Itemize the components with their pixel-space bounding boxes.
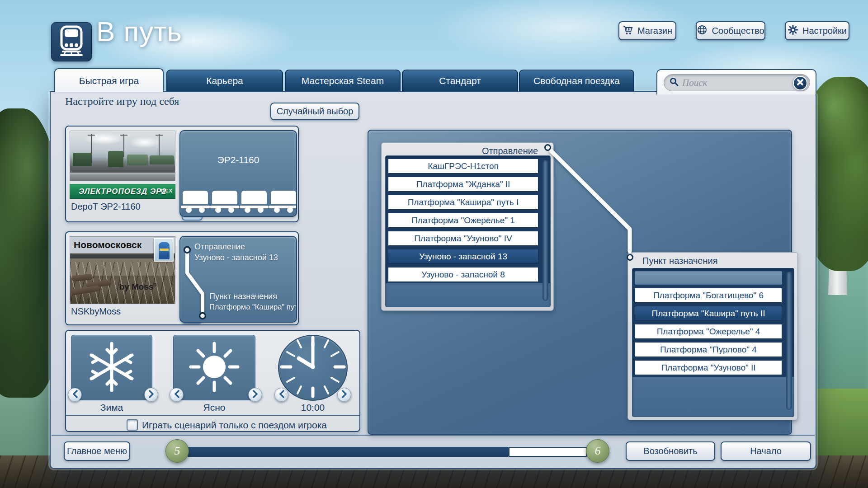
list-item[interactable]: Платформа "Жданка" II xyxy=(388,177,538,192)
game-menu-screen: В путь Магазин Сообщество xyxy=(0,0,868,488)
destination-panel: Пункт назначения Платформа "Богатищево" … xyxy=(627,252,798,420)
destination-value: Платформа "Кашира" путь II xyxy=(209,303,297,311)
globe-icon xyxy=(697,24,708,38)
chevron-left-icon xyxy=(72,390,78,400)
search-box xyxy=(664,74,810,91)
close-icon xyxy=(797,79,804,88)
shop-button[interactable]: Магазин xyxy=(618,21,676,40)
time-prev-button[interactable] xyxy=(274,388,288,402)
list-item[interactable]: Платформа "Узуново" IV xyxy=(388,231,538,246)
destination-empty-slot[interactable] xyxy=(635,271,782,285)
list-item[interactable]: Платформа "Узуново" II xyxy=(635,360,782,375)
departure-scrollbar[interactable] xyxy=(542,160,548,301)
list-item[interactable]: Платформа "Ожерелье" 1 xyxy=(388,213,538,228)
route-length-track-remainder[interactable] xyxy=(509,447,587,457)
slider-end-knob[interactable]: 6 xyxy=(586,439,609,463)
list-item[interactable]: Платформа "Пурлово" 4 xyxy=(635,342,782,357)
bottom-divider xyxy=(52,435,815,436)
train-banner-text: ЭЛЕКТРОПОЕЗД ЭР2 xyxy=(79,187,166,196)
sky-tile xyxy=(173,335,255,400)
destination-list-items: Платформа "Богатищево" 6Платформа "Кашир… xyxy=(635,288,782,375)
app-logo xyxy=(51,22,92,61)
list-item-selected[interactable]: Платформа "Кашира" путь II xyxy=(635,306,782,321)
consist-cars xyxy=(183,191,296,204)
list-item[interactable]: КашГРЭС-Н1стоп xyxy=(388,159,538,174)
list-item[interactable]: Платформа "Ожерелье" 4 xyxy=(635,324,782,339)
sky-label: Ясно xyxy=(173,402,255,413)
community-button-label: Сообщество xyxy=(712,26,764,36)
train-car-icon xyxy=(212,191,237,204)
season-prev-button[interactable] xyxy=(68,388,82,402)
sky-prev-button[interactable] xyxy=(170,388,184,402)
start-button[interactable]: Начало xyxy=(721,441,811,461)
tab-career[interactable]: Карьера xyxy=(166,70,283,91)
train-photo xyxy=(70,131,175,181)
settings-button[interactable]: Настройки xyxy=(785,21,849,40)
banner-logo: ЦЕХ xyxy=(161,186,173,194)
season-next-button[interactable] xyxy=(144,388,158,402)
settings-button-label: Настройки xyxy=(802,26,847,36)
train-car-icon xyxy=(271,191,296,204)
page-title: В путь xyxy=(96,15,182,47)
route-card: Новомосковск by Moss® NSKbyMoss ? Отправ… xyxy=(65,231,299,325)
list-item[interactable]: Узуново - запасной 8 xyxy=(388,267,538,282)
search-clear-button[interactable] xyxy=(793,76,807,90)
cart-icon xyxy=(623,24,633,38)
main-menu-button[interactable]: Главное меню xyxy=(64,441,130,461)
snowflake-icon xyxy=(86,340,137,395)
route-name: NSKbyMoss xyxy=(71,306,121,317)
list-item[interactable]: Платформа "Кашира" путь I xyxy=(388,195,538,210)
weather-divider xyxy=(66,415,359,416)
player-train-only-label: Играть сценарий только с поездом игрока xyxy=(142,420,327,431)
sun-icon xyxy=(187,340,241,396)
route-photo-title: Новомосковск xyxy=(74,239,142,250)
search-icon xyxy=(670,77,679,88)
destination-label: Пункт назначения xyxy=(209,292,277,301)
chevron-right-icon xyxy=(341,390,348,400)
sky-next-button[interactable] xyxy=(248,388,262,402)
clock-tile xyxy=(278,335,348,401)
departure-node-marker[interactable] xyxy=(544,144,551,151)
search-input[interactable] xyxy=(682,77,796,89)
train-car-icon xyxy=(241,191,267,204)
chevron-left-icon xyxy=(278,390,285,400)
random-choice-button[interactable]: Случайный выбор xyxy=(270,103,359,120)
tab-standard[interactable]: Стандарт xyxy=(402,70,518,91)
shop-button-label: Магазин xyxy=(637,26,672,36)
route-length-track[interactable] xyxy=(188,447,509,457)
train-card: ЭЛЕКТРОПОЕЗД ЭР2 ЦЕХ DepoT ЭР2-1160 ? ЭР… xyxy=(65,126,299,222)
list-item-selected[interactable]: Узуново - запасной 13 xyxy=(388,249,538,264)
destination-scrollbar[interactable] xyxy=(786,272,792,410)
slider-start-knob[interactable]: 5 xyxy=(165,439,189,463)
train-name: DepoT ЭР2-1160 xyxy=(71,202,141,212)
departure-label: Отправление xyxy=(194,242,245,252)
tab-steam-workshop[interactable]: Мастерская Steam xyxy=(285,70,401,91)
route-photo: Новомосковск by Moss® xyxy=(70,236,175,304)
quickgame-heading: Настройте игру под себя xyxy=(65,95,179,108)
weather-card: Зима Ясно 10:00 Играть сценарий только с… xyxy=(65,330,360,432)
departure-list: КашГРЭС-Н1стопПлатформа "Жданка" IIПлатф… xyxy=(385,155,551,307)
resume-button[interactable]: Возобновить xyxy=(626,441,715,461)
route-summary-panel: Отправление Узуново - запасной 13 Пункт … xyxy=(179,236,297,323)
departure-panel: Отправление КашГРЭС-Н1стопПлатформа "Жда… xyxy=(381,142,554,311)
tab-quick-game[interactable]: Быстрая игра xyxy=(54,68,164,92)
chevron-right-icon xyxy=(252,390,259,400)
route-photo-credit: by Moss® xyxy=(119,282,157,292)
chevron-right-icon xyxy=(148,390,155,400)
time-next-button[interactable] xyxy=(337,388,351,402)
time-label: 10:00 xyxy=(278,402,348,413)
train-banner: ЭЛЕКТРОПОЕЗД ЭР2 ЦЕХ xyxy=(70,184,175,199)
search-area xyxy=(656,69,816,94)
route-photo-train-thumb xyxy=(154,238,174,262)
departure-panel-title: Отправление xyxy=(482,146,538,156)
chevron-left-icon xyxy=(174,390,180,400)
departure-value: Узуново - запасной 13 xyxy=(194,253,278,263)
player-train-only-checkbox[interactable] xyxy=(127,419,138,431)
list-item[interactable]: Платформа "Богатищево" 6 xyxy=(635,288,782,303)
destination-node-marker[interactable] xyxy=(627,254,633,261)
clock-icon xyxy=(279,335,347,401)
season-tile xyxy=(71,335,152,400)
community-button[interactable]: Сообщество xyxy=(696,21,765,40)
consist-panel: ЭР2-1160 xyxy=(179,130,297,217)
tab-free-ride[interactable]: Свободная поездка xyxy=(519,70,634,91)
